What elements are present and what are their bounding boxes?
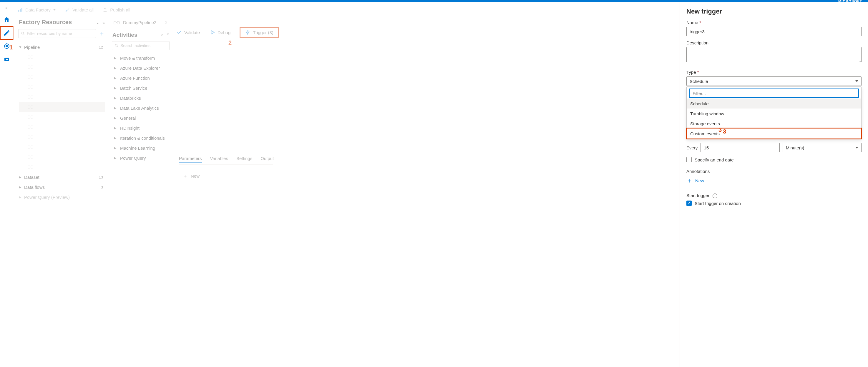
- add-annotation-button[interactable]: ＋New: [686, 177, 862, 185]
- collapse-chevron-icon[interactable]: »: [0, 2, 13, 13]
- svg-rect-26: [28, 146, 30, 148]
- svg-rect-11: [31, 66, 33, 68]
- svg-rect-17: [31, 96, 33, 98]
- pipeline-section-header[interactable]: ▾Pipeline 12: [19, 42, 105, 52]
- activity-group[interactable]: ▸Databricks: [111, 93, 170, 103]
- validate-all-button[interactable]: Validate all: [65, 7, 94, 12]
- list-item[interactable]: [19, 132, 105, 142]
- activity-group[interactable]: ▸Machine Learning: [111, 143, 170, 153]
- svg-rect-25: [31, 136, 33, 138]
- list-item[interactable]: [19, 72, 105, 82]
- list-item[interactable]: [19, 102, 105, 112]
- specify-end-date-checkbox[interactable]: Specify an end date: [686, 157, 862, 162]
- chevron-down-icon: [53, 9, 56, 10]
- tab-variables[interactable]: Variables: [210, 156, 228, 163]
- activity-group[interactable]: ▸Move & transform: [111, 53, 170, 63]
- powerquery-section-header[interactable]: ▸Power Query (Preview): [19, 192, 105, 202]
- main-toolbar: Data Factory Validate all Publish all: [18, 2, 130, 17]
- svg-rect-8: [28, 56, 30, 58]
- type-option-storage[interactable]: Storage events: [687, 119, 861, 129]
- type-option-tumbling[interactable]: Tumbling window: [687, 108, 861, 119]
- manage-icon[interactable]: [0, 53, 13, 66]
- tab-settings[interactable]: Settings: [236, 156, 252, 163]
- add-resource-button[interactable]: ＋: [98, 29, 105, 38]
- annotation-3-abs: 3: [718, 127, 722, 133]
- expand-icon[interactable]: ⌄: [96, 20, 99, 25]
- dataset-section-header[interactable]: ▸Dataset 13: [19, 172, 105, 182]
- svg-rect-6: [22, 8, 22, 12]
- activity-group[interactable]: ▸General: [111, 113, 170, 123]
- info-icon[interactable]: i: [713, 194, 717, 198]
- list-item[interactable]: [19, 122, 105, 132]
- collapse-icon[interactable]: «: [102, 20, 105, 25]
- type-select[interactable]: Schedule: [686, 76, 862, 86]
- svg-rect-16: [28, 96, 30, 98]
- home-icon[interactable]: [0, 13, 13, 26]
- list-item[interactable]: [19, 62, 105, 72]
- list-item[interactable]: [19, 142, 105, 152]
- list-item[interactable]: [19, 92, 105, 102]
- annotation-1: 1: [9, 44, 13, 51]
- top-bar: MICROSOFT: [0, 0, 868, 2]
- activity-group[interactable]: ▸Batch Service: [111, 83, 170, 93]
- trigger-name-input[interactable]: [686, 27, 862, 36]
- svg-rect-28: [28, 156, 30, 158]
- start-trigger-checkbox[interactable]: ✓ Start trigger on creation: [686, 201, 862, 206]
- svg-rect-30: [28, 166, 30, 168]
- panel-title: New trigger: [686, 8, 862, 15]
- activity-group[interactable]: ▸Iteration & conditionals: [111, 133, 170, 143]
- data-factory-breadcrumb[interactable]: Data Factory: [18, 7, 56, 12]
- svg-point-7: [22, 32, 24, 34]
- list-item[interactable]: [19, 82, 105, 92]
- expand-icon[interactable]: ⌄: [160, 32, 164, 38]
- list-item[interactable]: [19, 152, 105, 162]
- new-trigger-panel: New trigger Name Description Type Schedu…: [680, 2, 868, 367]
- type-option-custom[interactable]: Custom events: [687, 129, 861, 138]
- activity-group[interactable]: ▸Data Lake Analytics: [111, 103, 170, 113]
- activities-panel: DummyPipeline2 × Activities ⌄« Search ac…: [111, 17, 170, 163]
- author-icon[interactable]: [0, 26, 13, 39]
- publish-all-button[interactable]: Publish all: [102, 7, 130, 12]
- list-item[interactable]: [19, 162, 105, 172]
- description-input[interactable]: [686, 47, 862, 62]
- activity-group[interactable]: ▸Power Query: [111, 153, 170, 163]
- svg-rect-31: [31, 166, 33, 168]
- tab-output[interactable]: Output: [260, 156, 274, 163]
- search-icon: [21, 31, 25, 36]
- svg-rect-4: [18, 10, 19, 12]
- pipeline-tab[interactable]: DummyPipeline2 ×: [111, 17, 170, 28]
- collapse-icon[interactable]: «: [166, 32, 169, 38]
- activity-group[interactable]: ▸Azure Data Explorer: [111, 63, 170, 73]
- svg-rect-14: [28, 86, 30, 88]
- name-label: Name: [686, 20, 862, 25]
- list-item[interactable]: [19, 52, 105, 62]
- left-nav: » 1: [0, 2, 13, 367]
- chevron-down-icon: [855, 80, 858, 82]
- close-icon[interactable]: ×: [164, 20, 167, 25]
- svg-rect-23: [31, 126, 33, 128]
- every-label: Every: [686, 145, 698, 150]
- debug-button[interactable]: Debug: [210, 30, 230, 35]
- list-item[interactable]: [19, 112, 105, 122]
- validate-button[interactable]: Validate: [177, 30, 200, 35]
- type-option-schedule[interactable]: Schedule: [687, 99, 861, 108]
- every-unit-select[interactable]: Minute(s): [783, 143, 862, 152]
- trigger-button[interactable]: Trigger (3): [241, 28, 278, 37]
- annotation-2: 2: [228, 39, 231, 46]
- svg-rect-32: [114, 21, 116, 24]
- every-value-input[interactable]: 15: [701, 143, 779, 152]
- dropdown-filter-input[interactable]: [689, 89, 859, 98]
- svg-rect-12: [28, 76, 30, 78]
- dataflows-section-header[interactable]: ▸Data flows 3: [19, 182, 105, 192]
- new-parameter-button[interactable]: ＋ New: [183, 172, 199, 179]
- activity-group[interactable]: ▸HDInsight: [111, 123, 170, 133]
- svg-rect-27: [31, 146, 33, 148]
- tab-parameters[interactable]: Parameters: [179, 156, 202, 163]
- activity-group[interactable]: ▸Azure Function: [111, 73, 170, 83]
- type-label: Type: [686, 70, 862, 75]
- factory-resources-panel: Factory Resources ⌄« Filter resources by…: [18, 17, 106, 203]
- activities-search-input[interactable]: Search activities: [112, 41, 169, 50]
- activities-list: ▸Move & transform ▸Azure Data Explorer ▸…: [111, 53, 170, 163]
- search-icon: [115, 43, 119, 47]
- resource-filter-input[interactable]: Filter resources by name: [18, 29, 96, 38]
